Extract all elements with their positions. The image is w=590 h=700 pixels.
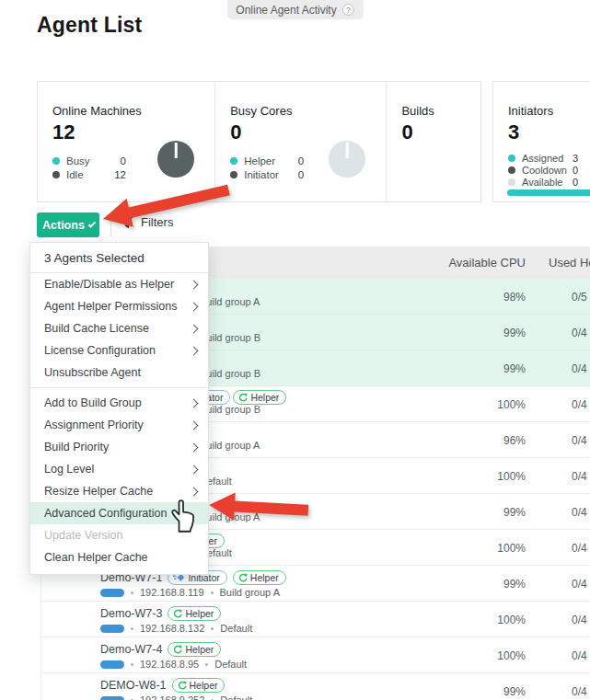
legend-value: 0 [573,165,578,176]
refresh-icon [238,393,248,402]
initiators-card: Initiators 3 Assigned3Cooldown0Available… [492,81,590,202]
helper-badge-label: Helper [185,608,214,619]
menu-item-label: Add to Build Group [44,396,191,409]
menu-item-unsubscribe-agent[interactable]: Unsubscribe Agent [30,361,208,384]
menu-item-build-cache-license[interactable]: Build Cache License [30,317,208,339]
legend-name: Busy [66,155,90,166]
legend-value: 0 [121,155,126,166]
agent-name-line: Demo-W7-3Helper [100,606,221,621]
legend-name: Cooldown [522,165,567,176]
separator-dot-icon [205,663,208,666]
filters-label: Filters [141,215,173,229]
menu-item-advanced-configuration[interactable]: Advanced Configuration [30,502,208,524]
legend-row: Initiator0 [230,167,304,181]
legend-name: Assigned [522,153,563,164]
chevron-right-icon [190,487,199,496]
stat-label: Online Machines [52,104,214,118]
menu-item-label: Assignment Priority [44,419,191,431]
menu-item-license-configuration[interactable]: License Configuration [30,339,208,361]
used-helpers-value: 0/4 [572,470,587,483]
legend-name: Idle [66,169,84,180]
menu-item-resize-helper-cache[interactable]: Resize Helper Cache [30,480,208,502]
helper-badge-label: Helper [190,680,218,691]
separator-dot-icon [211,627,214,630]
actions-button[interactable]: Actions [37,212,99,237]
activity-tab-label: Online Agent Activity [236,4,336,17]
table-row[interactable]: Demo-W7-4Helper192.168.8.95Default100%0/… [41,637,590,673]
agent-meta-line: 192.168.9.252Default [100,694,252,700]
stat-value: 0 [230,120,386,144]
available-cpu-value: 99% [503,578,526,591]
column-used-helpers[interactable]: Used Helpers [549,256,590,270]
chevron-right-icon [190,324,199,333]
menu-divider [30,387,208,388]
menu-item-assignment-priority[interactable]: Assignment Priority [30,414,208,436]
available-cpu-value: 100% [497,649,526,662]
page-title: Agent List [37,13,142,38]
menu-header: 3 Agents Selected [30,243,208,273]
used-helpers-value: 0/4 [572,578,587,591]
menu-item-build-priority[interactable]: Build Priority [30,436,208,458]
filters-button[interactable]: Filters [121,215,173,229]
menu-item-add-to-build-group[interactable]: Add to Build Group [30,392,208,414]
agent-ip: 192.168.8.95 [140,659,199,670]
os-badge [100,696,124,700]
chevron-right-icon [190,346,199,355]
helper-badge: Helper [168,642,221,657]
legend-row: Helper0 [230,154,304,167]
menu-item-log-level[interactable]: Log Level [30,458,208,480]
initiators-value: 3 [508,120,590,144]
available-cpu-value: 100% [497,614,526,626]
agent-ip: 192.168.9.252 [140,694,204,700]
table-row[interactable]: DEMO-W8-1Helper192.168.9.252Default99%0/… [41,673,590,700]
menu-item-clean-helper-cache[interactable]: Clean Helper Cache [30,546,208,568]
agent-group: Default [220,694,252,700]
used-helpers-value: 0/4 [572,506,587,519]
legend-dot-icon [52,157,60,165]
help-icon[interactable]: ? [342,4,354,16]
initiators-progress-bar [507,189,590,196]
stat-value: 0 [401,120,480,144]
table-row[interactable]: Demo-W7-3Helper192.168.8.132Default100%0… [41,602,590,637]
legend-row: Available0 [508,176,578,188]
column-available-cpu[interactable]: Available CPU [448,256,526,270]
refresh-icon [178,681,187,690]
agent-name: Demo-W7-3 [100,607,162,620]
used-helpers-value: 0/4 [572,362,587,375]
used-helpers-value: 0/4 [572,614,587,626]
legend-row: Idle12 [52,167,126,181]
online-agent-activity-tab: Online Agent Activity ? [226,0,363,19]
refresh-icon [238,573,248,582]
menu-item-label: Update Version [44,529,197,542]
menu-item-agent-helper-permissions[interactable]: Agent Helper Permissions [30,295,208,317]
actions-dropdown-menu: 3 Agents Selected Enable/Disable as Help… [29,242,209,575]
chevron-down-icon [88,220,97,228]
available-cpu-value: 99% [503,362,526,375]
stat-legend: Busy0Idle12 [52,154,126,181]
available-cpu-value: 99% [503,327,526,339]
available-cpu-value: 98% [503,291,526,304]
legend-row: Busy0 [52,154,126,167]
stat-builds: Builds0 [386,82,480,201]
used-helpers-value: 0/4 [572,542,587,555]
used-helpers-value: 0/4 [572,685,587,698]
helper-badge: Helper [233,390,286,405]
helper-badge: Helper [172,678,226,693]
menu-item-enable-disable-as-helper[interactable]: Enable/Disable as Helper [30,273,208,295]
menu-item-label: Clean Helper Cache [44,551,197,564]
legend-value: 0 [573,177,578,188]
legend-dot-icon [508,166,515,174]
os-badge [100,589,124,597]
menu-item-label: Resize Helper Cache [44,485,191,498]
agent-group: Default [220,623,252,634]
used-helpers-value: 0/5 [572,291,587,304]
separator-dot-icon [211,591,214,594]
agent-name-line: DEMO-W8-1Helper [100,678,225,693]
helper-badge-label: Helper [250,392,279,403]
agent-list-page: { "page": { "title": "Agent List" }, "co… [0,0,590,700]
agent-name: Demo-W7-4 [100,643,162,656]
menu-item-update-version[interactable]: Update Version [30,524,208,546]
agent-meta-line: 192.168.8.95Default [100,659,247,670]
chevron-right-icon [190,398,199,407]
filter-icon [121,215,133,229]
